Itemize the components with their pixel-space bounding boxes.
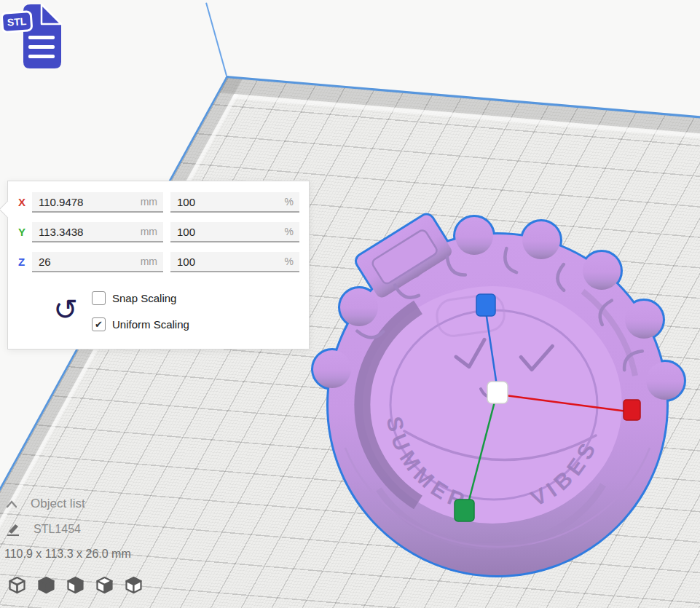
uniform-scaling-label: Uniform Scaling xyxy=(112,318,189,331)
reset-scale-button[interactable]: ↺ xyxy=(49,291,82,328)
object-item-name: STL1454 xyxy=(34,523,81,536)
scale-handle-y[interactable] xyxy=(455,500,474,521)
scale-x-percent-input[interactable] xyxy=(170,192,299,211)
scale-row-x: X mm % xyxy=(8,192,309,214)
scale-row-y: Y mm % xyxy=(8,222,309,244)
scale-x-mm-input[interactable] xyxy=(32,192,163,211)
chevron-up-icon[interactable] xyxy=(6,500,17,508)
mesh-type-right-filled-cube-icon[interactable] xyxy=(95,575,114,595)
object-dimensions: 110.9 x 113.3 x 26.0 mm xyxy=(4,548,131,561)
object-list-item[interactable]: STL1454 xyxy=(0,523,81,536)
scale-handle-z[interactable] xyxy=(476,294,495,316)
snap-scaling-label: Snap Scaling xyxy=(112,292,176,304)
scale-row-z: Z mm % xyxy=(8,252,309,274)
scale-y-percent-input[interactable] xyxy=(170,222,299,241)
mesh-type-top-right-filled-cube-icon[interactable] xyxy=(66,575,85,595)
mesh-type-wireframe-cube-icon[interactable] xyxy=(7,575,27,595)
scale-handle-center[interactable] xyxy=(487,382,508,403)
scale-y-mm-input[interactable] xyxy=(32,222,163,241)
scale-z-mm-input[interactable] xyxy=(32,252,163,271)
reset-icon: ↺ xyxy=(53,293,78,326)
axis-label-x: X xyxy=(18,196,33,208)
axis-label-y: Y xyxy=(18,226,33,238)
mesh-type-toolbar xyxy=(7,575,143,595)
pencil-icon xyxy=(6,523,20,536)
scale-handle-x[interactable] xyxy=(624,400,640,420)
object-list-title: Object list xyxy=(31,497,85,511)
uniform-scaling-option[interactable]: ✔ Uniform Scaling xyxy=(92,317,189,331)
application-window: SUMMER VIBES STL X xyxy=(0,0,700,608)
stl-badge-label: STL xyxy=(7,15,27,28)
object-dimensions-row: 110.9 x 113.3 x 26.0 mm xyxy=(0,548,131,561)
snap-scaling-option[interactable]: Snap Scaling xyxy=(92,291,176,305)
mesh-type-top-filled-cube-icon[interactable] xyxy=(124,575,143,595)
scale-z-percent-input[interactable] xyxy=(170,252,299,271)
scale-tool-panel: X mm % Y mm % Z mm xyxy=(7,181,310,350)
object-list-header[interactable]: Object list xyxy=(0,497,85,511)
mesh-type-solid-cube-icon[interactable] xyxy=(36,575,56,595)
axis-label-z: Z xyxy=(18,256,33,268)
snap-scaling-checkbox[interactable] xyxy=(92,291,106,305)
stl-file-icon[interactable]: STL xyxy=(1,1,68,74)
uniform-scaling-checkbox[interactable]: ✔ xyxy=(92,317,106,331)
